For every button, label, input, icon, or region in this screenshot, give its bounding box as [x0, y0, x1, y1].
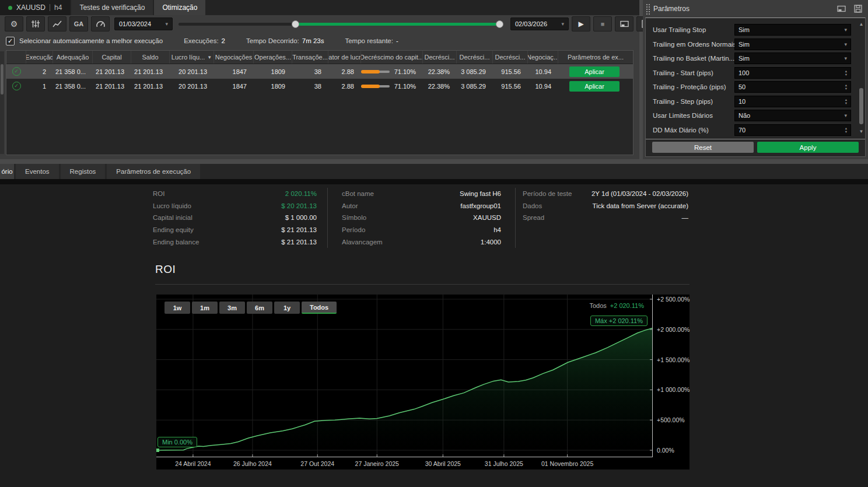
column-header-5[interactable]: Negociações: [214, 51, 254, 64]
column-header-2[interactable]: Capital: [93, 51, 131, 64]
genetic-algorithm-button[interactable]: GA: [69, 16, 88, 31]
x-tick-label: 01 Novembro 2025: [527, 460, 608, 467]
speed-mode-button[interactable]: [91, 16, 110, 31]
slider-handle-end[interactable]: [496, 20, 503, 28]
report-tab-3[interactable]: Parâmetros de execução: [107, 164, 200, 179]
param-select[interactable]: Sim▾: [734, 52, 851, 64]
settings-button[interactable]: ⚙: [5, 16, 23, 31]
tab-symbol[interactable]: XAUUSD h4: [0, 0, 70, 15]
param-number-input[interactable]: 100▴▾: [734, 67, 851, 79]
cell: 21 201.13: [131, 68, 170, 75]
summary-value: 2Y 1d (01/03/2024 - 02/03/2026): [592, 190, 688, 197]
stepper-arrows: ▴▾: [845, 83, 847, 90]
apply-execution-button[interactable]: Aplicar: [569, 81, 620, 92]
gauge-icon: [96, 20, 106, 28]
start-date-select[interactable]: 01/03/2024 ▾: [114, 17, 173, 30]
auto-select-checkbox[interactable]: ✓: [6, 37, 15, 45]
range-button-Todos[interactable]: Todos: [302, 302, 337, 314]
param-select[interactable]: Sim▾: [734, 24, 851, 36]
report-tab-2[interactable]: Registos: [61, 164, 106, 179]
cell: 1809: [254, 68, 292, 75]
cell: 10.94: [528, 68, 558, 75]
param-number-input[interactable]: 70▴▾: [734, 124, 851, 136]
column-label: Decrésci...: [425, 54, 455, 61]
date-range-slider[interactable]: [178, 17, 503, 31]
cell: 22.38%: [423, 83, 457, 90]
param-number-input[interactable]: 10▴▾: [734, 96, 851, 107]
summary-value: 1:4000: [481, 239, 501, 246]
scroll-down-icon[interactable]: ▼: [858, 129, 864, 134]
column-header-11[interactable]: Decrésci...: [457, 51, 493, 64]
end-date-select[interactable]: 02/03/2026 ▾: [510, 17, 569, 30]
floppy-disk-icon[interactable]: [854, 5, 862, 13]
chevron-down-icon: ▾: [561, 21, 564, 27]
scroll-up-icon[interactable]: ▲: [858, 22, 864, 27]
report-area: ROI2 020.11%Lucro líquido$ 20 201.13Capi…: [0, 184, 868, 487]
param-value: 50: [738, 83, 746, 90]
cell: 3 085.29: [457, 68, 493, 75]
apply-execution-button[interactable]: Aplicar: [569, 66, 620, 77]
start-optimization-button[interactable]: ▶: [572, 16, 590, 31]
column-header-6[interactable]: Operações...: [254, 51, 292, 64]
column-header-9[interactable]: Decréscimo do capit...: [361, 51, 423, 64]
param-value: Sim: [738, 55, 750, 62]
summary-value: $ 21 201.13: [281, 226, 317, 233]
column-header-12[interactable]: Decrésci...: [493, 51, 528, 64]
legend-range-label: Todos: [589, 302, 606, 309]
line-chart-icon: [52, 20, 62, 28]
range-button-6m[interactable]: 6m: [247, 302, 272, 314]
stop-optimization-button[interactable]: ■: [593, 16, 612, 31]
summary-row: cBot nameSwing fast H6: [342, 188, 501, 200]
panel-window-icon[interactable]: [837, 5, 846, 12]
column-header-icon: [6, 51, 26, 64]
param-label: Trailing - Start (pips): [653, 69, 734, 76]
summary-row: SímboloXAUUSD: [342, 212, 501, 224]
reset-button[interactable]: Reset: [652, 142, 754, 153]
range-button-1y[interactable]: 1y: [274, 302, 300, 314]
report-tab-1[interactable]: Eventos: [16, 164, 59, 179]
column-header-13[interactable]: Negociaç...: [528, 51, 558, 64]
parameters-scrollbar[interactable]: ▲ ▼: [858, 20, 864, 135]
roi-plot-area[interactable]: [156, 295, 653, 457]
range-button-3m[interactable]: 3m: [219, 302, 245, 314]
scrollbar-thumb[interactable]: [859, 88, 863, 124]
column-header-1[interactable]: Adequação: [53, 51, 93, 64]
column-header-3[interactable]: Saldo: [131, 51, 170, 64]
range-button-1w[interactable]: 1w: [164, 302, 190, 314]
tab-verification-tests[interactable]: Testes de verificação: [71, 0, 153, 15]
table-scrollbar[interactable]: [0, 51, 4, 154]
table-scrollbar-thumb[interactable]: [1, 64, 4, 94]
report-tab-0[interactable]: ório: [0, 164, 14, 179]
app-window: XAUUSD h4 Testes de verificação Otimizaç…: [0, 0, 868, 487]
column-label: Parâmetros de ex...: [568, 54, 624, 61]
parameters-button[interactable]: [26, 16, 45, 31]
range-button-1m[interactable]: 1m: [192, 302, 218, 314]
summary-row: Capital inicial$ 1 000.00: [153, 212, 317, 224]
tab-optimization[interactable]: Otimização: [154, 0, 205, 15]
summary-value: $ 1 000.00: [285, 214, 317, 221]
table-row[interactable]: ✓221 358 0...21 201.1321 201.1320 201.13…: [6, 64, 633, 79]
column-header-4[interactable]: Lucro líqu...▼: [170, 51, 214, 64]
column-header-7[interactable]: Transaçõe...: [292, 51, 328, 64]
cell: 10.94: [528, 83, 558, 90]
chart-x-axis: 24 Abril 202426 Julho 202427 Out 202427 …: [156, 458, 652, 470]
detach-panel-button[interactable]: [615, 16, 634, 31]
column-header-10[interactable]: Decrésci...: [423, 51, 457, 64]
cell: 3 085.29: [457, 83, 493, 90]
apply-button[interactable]: Apply: [757, 142, 859, 153]
table-row[interactable]: ✓121 358 0...21 201.1321 201.1320 201.13…: [6, 79, 633, 93]
drag-handle-icon[interactable]: [646, 3, 650, 15]
column-header-8[interactable]: Fator de lucro: [328, 51, 361, 64]
param-select[interactable]: Não▾: [734, 110, 851, 121]
param-label: Trailing em Ordens Normais: [653, 41, 734, 48]
column-header-0[interactable]: Execução: [26, 51, 53, 64]
auto-select-label: Selecionar automaticamente a melhor exec…: [19, 37, 163, 44]
summary-label: Lucro líquido: [153, 202, 191, 209]
gear-icon: ⚙: [10, 19, 18, 29]
column-header-14[interactable]: Parâmetros de ex...: [558, 51, 633, 64]
column-label: Negociaç...: [528, 54, 558, 61]
slider-handle-start[interactable]: [292, 20, 299, 28]
param-number-input[interactable]: 50▴▾: [734, 81, 851, 93]
chart-view-button[interactable]: [48, 16, 66, 31]
param-select[interactable]: Sim▾: [734, 38, 851, 50]
